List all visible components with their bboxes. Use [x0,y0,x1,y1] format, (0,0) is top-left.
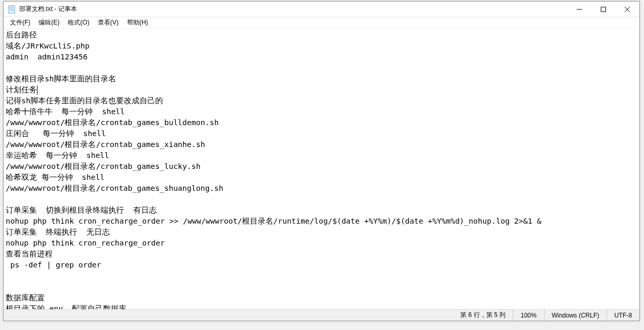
status-encoding: UTF-8 [607,310,639,321]
text-line: nohup php think cron_recharge_order [6,239,165,247]
text-line: 计划任务 [6,85,37,94]
text-line: /www/wwwroot/根目录名/crontab_games_bulldemo… [6,118,219,127]
window-title: 部署文档.txt - 记事本 [19,5,567,14]
text-line: 哈希双龙 每一分钟 shell [6,173,105,181]
text-line: 订单采集 终端执行 无日志 [6,228,110,236]
svg-rect-5 [601,7,606,12]
editor-area-wrap: 后台路径 域名/JRrKwcLliS.php admin admin123456… [4,29,639,309]
menu-file[interactable]: 文件(F) [6,17,34,28]
menu-help[interactable]: 帮助(H) [123,17,153,28]
titlebar: 部署文档.txt - 记事本 [4,2,639,17]
text-line: 域名/JRrKwcLliS.php [6,42,90,50]
menu-view[interactable]: 查看(V) [94,17,123,28]
text-line: 哈希十倍牛牛 每一分钟 shell [6,107,125,116]
text-line: 查看当前进程 [6,250,53,258]
status-zoom: 100% [513,310,544,321]
text-line: 修改根目录sh脚本里面的目录名 [6,75,116,83]
text-line: 庄闲合 每一分钟 shell [6,129,106,138]
text-line: admin admin123456 [6,53,87,61]
text-line: /www/wwwroot/根目录名/crontab_games_lucky.sh [6,162,200,170]
text-line: 根目录下的.env 配置自己数据库 [6,304,127,309]
notepad-window: 部署文档.txt - 记事本 文件(F) 编辑(E) 格式(O) 查看(V) 帮… [3,1,640,321]
text-line: 记得sh脚本任务里面的目录名也要改成自己的 [6,96,163,105]
text-line: /www/wwwroot/根目录名/crontab_games_xianhe.s… [6,140,205,149]
text-line: 后台路径 [6,31,37,39]
text-line: 数据库配置 [6,294,45,302]
menu-format[interactable]: 格式(O) [64,17,93,28]
status-line-ending: Windows (CRLF) [544,310,607,321]
close-button[interactable] [615,2,639,17]
window-controls [567,2,639,17]
text-line: nohup php think cron_recharge_order >> /… [6,217,541,225]
svg-rect-0 [9,6,15,13]
text-line: 幸运哈希 每一分钟 shell [6,151,109,160]
statusbar: 第 6 行，第 5 列 100% Windows (CRLF) UTF-8 [4,309,639,321]
text-line: ps -def | grep order [6,261,101,269]
text-line: /www/wwwroot/根目录名/crontab_games_shuanglo… [6,184,223,192]
status-cursor-position: 第 6 行，第 5 列 [453,310,513,321]
text-line: 订单采集 切换到根目录终端执行 有日志 [6,206,157,214]
editor-textarea[interactable]: 后台路径 域名/JRrKwcLliS.php admin admin123456… [4,29,639,309]
minimize-button[interactable] [567,2,591,17]
notepad-icon [8,5,16,14]
menubar: 文件(F) 编辑(E) 格式(O) 查看(V) 帮助(H) [4,17,639,29]
text-caret [37,85,37,95]
menu-edit[interactable]: 编辑(E) [34,17,64,28]
maximize-button[interactable] [591,2,615,17]
